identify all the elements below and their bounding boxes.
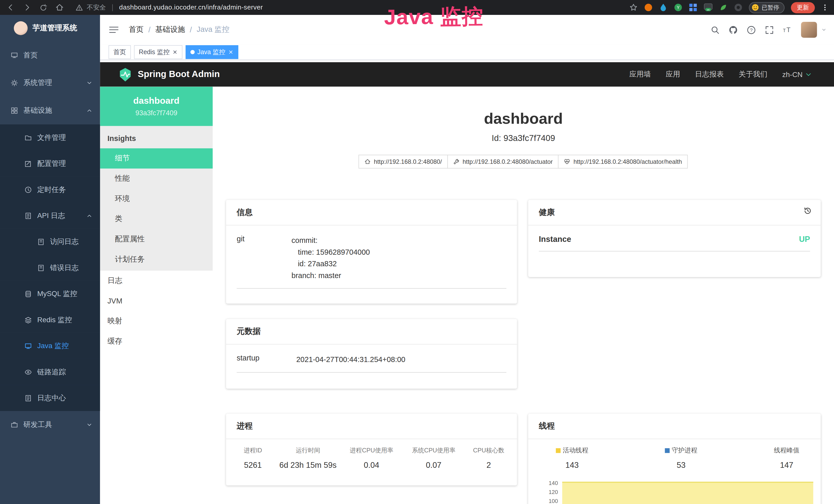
- process-col-process-cpu: 进程CPU使用率 0.04: [340, 446, 402, 469]
- sba-item-jvm[interactable]: JVM: [100, 291, 213, 311]
- avatar-caret-icon[interactable]: [821, 27, 827, 32]
- extension-grid-icon[interactable]: [689, 3, 697, 12]
- help-icon[interactable]: ?: [747, 25, 756, 34]
- instance-link-health[interactable]: http://192.168.0.2:48080/actuator/health: [558, 155, 688, 169]
- active-tab-dot: [190, 50, 195, 54]
- legend-live-threads: 活动线程 143: [556, 446, 588, 469]
- metadata-card-title: 元数据: [226, 319, 517, 344]
- bookmark-star-icon[interactable]: [629, 3, 638, 12]
- sidebar-item-devtools[interactable]: 研发工具: [0, 411, 100, 439]
- process-col-system-cpu: 系统CPU使用率 0.07: [402, 446, 465, 469]
- table-row: Instance UP: [539, 234, 810, 251]
- sba-nav-applications[interactable]: 应用: [666, 70, 680, 79]
- browser-menu-icon[interactable]: [821, 4, 829, 11]
- sidebar-item-access-log[interactable]: 访问日志: [0, 229, 100, 254]
- github-icon[interactable]: [729, 25, 738, 34]
- sba-item-details[interactable]: 细节: [100, 148, 213, 169]
- tab-java[interactable]: Java 监控: [186, 45, 238, 59]
- sba-item-caches[interactable]: 缓存: [100, 331, 213, 351]
- sidebar-item-job[interactable]: 定时任务: [0, 177, 100, 203]
- breadcrumb-item[interactable]: 首页: [129, 25, 144, 35]
- tab-redis[interactable]: Redis 监控: [134, 45, 182, 59]
- log-doc-icon: [37, 264, 45, 271]
- instance-link-actuator[interactable]: http://192.168.0.2:48080/actuator: [447, 155, 559, 169]
- sidebar-item-log-center[interactable]: 日志中心: [0, 385, 100, 411]
- extension-leaf-icon[interactable]: [719, 3, 728, 12]
- font-size-icon[interactable]: TT: [783, 25, 792, 34]
- sidebar-item-config[interactable]: 配置管理: [0, 151, 100, 176]
- sidebar-item-label: 系统管理: [23, 78, 52, 88]
- app-logo[interactable]: 芋道管理系统: [0, 15, 100, 42]
- link-label: http://192.168.0.2:48080/actuator: [463, 158, 553, 165]
- app-logo-avatar: [14, 21, 28, 35]
- sba-nav-wallboard[interactable]: 应用墙: [629, 70, 651, 79]
- process-col-pid: 进程ID 5261: [231, 446, 276, 469]
- sba-brand[interactable]: Spring Boot Admin: [138, 69, 220, 79]
- extension-green-y-icon[interactable]: Y: [674, 3, 682, 12]
- extension-on-switch-icon[interactable]: on: [704, 3, 713, 12]
- process-col-uptime: 运行时间 6d 23h 15m 59s: [276, 446, 341, 469]
- forward-icon[interactable]: [23, 3, 31, 12]
- column-header: 运行时间: [276, 446, 341, 455]
- sidebar-item-error-log[interactable]: 错误日志: [0, 255, 100, 281]
- process-card: 进程 进程ID 5261 运行时间 6d 23h 15m 59s: [226, 414, 517, 485]
- sba-nav-about[interactable]: 关于我们: [739, 70, 767, 79]
- legend-peak-threads: 线程峰值 147: [774, 446, 799, 469]
- home-icon: [364, 158, 371, 165]
- sba-item-scheduled-tasks[interactable]: 计划任务: [100, 249, 213, 270]
- process-col-cores: CPU核心数 2: [465, 446, 513, 469]
- update-button[interactable]: 更新: [791, 2, 815, 13]
- refresh-icon[interactable]: [39, 3, 47, 11]
- sidebar-item-java[interactable]: Java 监控: [0, 333, 100, 359]
- main-area: 首页 / 基础设施 / Java 监控 ? TT 首页 Redis: [100, 15, 834, 504]
- sba-item-environment[interactable]: 环境: [100, 189, 213, 209]
- hamburger-icon[interactable]: [108, 24, 119, 35]
- home-icon[interactable]: [55, 3, 64, 12]
- sba-item-metrics[interactable]: 性能: [100, 168, 213, 189]
- extension-drop-icon[interactable]: [659, 3, 667, 12]
- sba-item-mappings[interactable]: 映射: [100, 311, 213, 331]
- components-icon: [10, 107, 18, 114]
- sidebar-item-home[interactable]: 首页: [0, 42, 100, 69]
- fullscreen-icon[interactable]: [765, 25, 774, 34]
- sidebar-item-label: 首页: [23, 51, 38, 60]
- extension-orange-icon[interactable]: [644, 3, 653, 12]
- breadcrumb-item[interactable]: 基础设施: [155, 25, 185, 35]
- sba-item-classes[interactable]: 类: [100, 209, 213, 229]
- sidebar-item-mysql[interactable]: MySQL 监控: [0, 281, 100, 306]
- app-sidebar: 芋道管理系统 首页 系统管理 基础设施 文件管理 配置管理 定时任务: [0, 15, 100, 504]
- app-title: 芋道管理系统: [32, 23, 77, 33]
- sidebar-item-system[interactable]: 系统管理: [0, 69, 100, 97]
- info-line: id: 27aa832: [298, 258, 506, 270]
- legend-daemon-threads: 守护进程 53: [665, 446, 697, 469]
- threads-card-title: 线程: [528, 414, 821, 439]
- sidebar-item-redis[interactable]: Redis 监控: [0, 307, 100, 333]
- user-avatar[interactable]: [801, 22, 817, 38]
- back-icon[interactable]: [6, 3, 15, 12]
- instance-link-root[interactable]: http://192.168.0.2:48080/: [358, 155, 448, 169]
- extension-dark-icon[interactable]: [734, 3, 743, 12]
- history-icon[interactable]: [803, 206, 812, 215]
- sba-item-loggers[interactable]: 日志: [100, 271, 213, 291]
- address-bar[interactable]: 不安全 dashboard.yudao.iocoder.cn/infra/adm…: [75, 3, 263, 12]
- tab-home[interactable]: 首页: [108, 45, 131, 59]
- close-icon[interactable]: [172, 49, 178, 55]
- paused-extension-badge[interactable]: 已暂停: [749, 2, 785, 13]
- close-icon[interactable]: [228, 49, 234, 55]
- sidebar-item-trace[interactable]: 链路追踪: [0, 359, 100, 385]
- url-text: dashboard.yudao.iocoder.cn/infra/admin-s…: [119, 4, 263, 11]
- heart-pulse-icon: [564, 158, 570, 165]
- legend-label: 守护进程: [672, 446, 697, 455]
- health-card-title: 健康: [539, 207, 555, 216]
- sba-nav-journal[interactable]: 日志报表: [695, 70, 724, 79]
- search-icon[interactable]: [711, 25, 720, 34]
- sba-nav-language[interactable]: zh-CN: [782, 70, 812, 78]
- sidebar-item-file[interactable]: 文件管理: [0, 124, 100, 151]
- sidebar-item-infra[interactable]: 基础设施: [0, 97, 100, 124]
- sidebar-item-api-log[interactable]: API 日志: [0, 203, 100, 229]
- chevron-up-icon: [86, 107, 92, 114]
- chevron-down-icon: [86, 421, 92, 428]
- sba-item-configprops[interactable]: 配置属性: [100, 229, 213, 250]
- threads-legend: 活动线程 143 守护进程 53 线程峰值 147: [528, 439, 821, 469]
- sba-instance-header[interactable]: dashboard 93a3fc7f7409: [100, 87, 213, 126]
